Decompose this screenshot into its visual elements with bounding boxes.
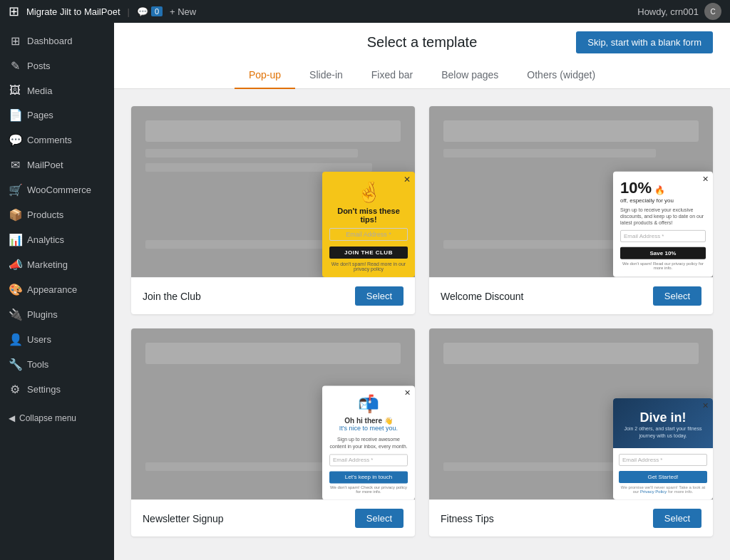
sidebar-item-pages[interactable]: 📄 Pages — [0, 103, 114, 128]
discount-email-placeholder: Email Address * — [620, 230, 706, 242]
discount-cta-button: Save 10% — [620, 247, 706, 259]
sidebar-item-mailpoet[interactable]: ✉ MailPoet — [0, 152, 114, 177]
join-club-popup-preview: ✕ 🤞 Don't miss these tips! Email Address… — [322, 172, 415, 277]
sidebar-label-pages: Pages — [27, 110, 53, 120]
emoji-icon: 🤞 — [329, 180, 408, 204]
sidebar-item-tools[interactable]: 🔧 Tools — [0, 352, 114, 377]
fitness-popup-preview: ✕ Dive in! Join 2 others, and start your… — [613, 398, 713, 499]
template-preview-newsletter-signup: ✕ 📬 Oh hi there 👋 It's nice to meet you.… — [131, 328, 415, 499]
collapse-icon: ◀ — [9, 413, 15, 423]
page-title: Select a template — [367, 34, 478, 51]
tab-below-pages[interactable]: Below pages — [427, 62, 513, 89]
appearance-icon: 🎨 — [9, 283, 21, 296]
comment-count-badge[interactable]: 💬 0 — [137, 6, 163, 17]
wp-logo-icon: ⊞ — [9, 4, 19, 19]
popup-fine-print: We don't spam! Read more in our privacy … — [329, 261, 408, 271]
sidebar-item-comments[interactable]: 💬 Comments — [0, 128, 114, 152]
sidebar-item-users[interactable]: 👤 Users — [0, 327, 114, 352]
dashboard-icon: ⊞ — [9, 34, 21, 48]
howdy-text: Howdy, crn001 — [637, 6, 699, 17]
sidebar-label-posts: Posts — [27, 61, 51, 71]
sidebar-item-plugins[interactable]: 🔌 Plugins — [0, 302, 114, 327]
sidebar-label-media: Media — [27, 85, 52, 96]
sidebar-label-users: Users — [27, 334, 51, 345]
sidebar-item-dashboard[interactable]: ⊞ Dashboard — [0, 28, 114, 53]
plugins-icon: 🔌 — [9, 308, 21, 321]
sidebar-label-analytics: Analytics — [27, 234, 64, 245]
newsletter-nice-text: It's nice to meet you. — [329, 425, 408, 432]
newsletter-desc: Sign up to receive awesome content in yo… — [329, 437, 408, 450]
select-welcome-discount-button[interactable]: Select — [653, 286, 701, 306]
tab-fixed-bar[interactable]: Fixed bar — [357, 62, 427, 89]
tools-icon: 🔧 — [9, 358, 21, 371]
fitness-join-text: Join 2 others, and start your fitness jo… — [620, 425, 706, 438]
new-item-button[interactable]: + New — [170, 6, 196, 17]
admin-bar: ⊞ Migrate Jilt to MailPoet | 💬 0 + New H… — [0, 0, 730, 23]
sidebar-item-products[interactable]: 📦 Products — [0, 202, 114, 227]
sidebar: ⊞ Dashboard ✎ Posts 🖼 Media 📄 Pages 💬 Co… — [0, 23, 114, 560]
close-icon: ✕ — [403, 175, 411, 185]
close-icon: ✕ — [702, 401, 709, 410]
sidebar-item-media[interactable]: 🖼 Media — [0, 78, 114, 103]
template-preview-join-the-club: ✕ 🤞 Don't miss these tips! Email Address… — [131, 106, 415, 277]
fitness-title: Dive in! — [620, 410, 706, 425]
sidebar-label-marketing: Marketing — [27, 259, 68, 270]
settings-icon: ⚙ — [9, 383, 21, 396]
products-icon: 📦 — [9, 208, 21, 222]
select-fitness-tips-button[interactable]: Select — [653, 509, 701, 528]
discount-sub-text: off, especially for you — [620, 197, 706, 204]
newsletter-greeting: Oh hi there 👋 — [329, 418, 408, 425]
discount-fine-print: We don't spam! Read our privacy policy f… — [620, 261, 706, 270]
sidebar-label-dashboard: Dashboard — [27, 36, 73, 46]
separator: | — [128, 6, 130, 17]
sidebar-item-woocommerce[interactable]: 🛒 WooCommerce — [0, 177, 114, 202]
template-card-fitness-tips: ✕ Dive in! Join 2 others, and start your… — [429, 328, 713, 536]
template-card-newsletter-signup: ✕ 📬 Oh hi there 👋 It's nice to meet you.… — [131, 328, 415, 536]
close-icon: ✕ — [702, 175, 709, 184]
tab-others-widget[interactable]: Others (widget) — [513, 62, 610, 89]
tab-slide-in[interactable]: Slide-in — [295, 62, 357, 89]
fitness-fine-print: We promise we'll never spam! Take a look… — [619, 485, 707, 494]
template-name-newsletter-signup: Newsletter Signup — [143, 513, 224, 524]
tab-popup[interactable]: Pop-up — [235, 62, 295, 89]
skip-blank-form-button[interactable]: Skip, start with a blank form — [576, 31, 713, 53]
comments-icon: 💬 — [9, 133, 21, 147]
discount-popup-preview: ✕ 10% 🔥 off, especially for you Sign up … — [613, 172, 713, 277]
select-join-the-club-button[interactable]: Select — [355, 286, 403, 306]
popup-cta-button: JOIN THE CLUB — [329, 247, 408, 259]
template-name-join-the-club: Join the Club — [143, 291, 201, 302]
sidebar-item-marketing[interactable]: 📣 Marketing — [0, 252, 114, 277]
template-preview-welcome-discount: ✕ 10% 🔥 off, especially for you Sign up … — [429, 106, 713, 277]
select-newsletter-signup-button[interactable]: Select — [355, 509, 403, 528]
template-card-join-the-club: ✕ 🤞 Don't miss these tips! Email Address… — [131, 106, 415, 314]
template-name-fitness-tips: Fitness Tips — [441, 513, 494, 524]
newsletter-fine-print: We don't spam! Check our privacy policy … — [329, 485, 408, 494]
analytics-icon: 📊 — [9, 233, 21, 247]
sidebar-item-settings[interactable]: ⚙ Settings — [0, 377, 114, 402]
sidebar-item-posts[interactable]: ✎ Posts — [0, 53, 114, 78]
sidebar-item-analytics[interactable]: 📊 Analytics — [0, 227, 114, 252]
media-icon: 🖼 — [9, 84, 21, 97]
pages-icon: 📄 — [9, 108, 21, 122]
mailpoet-icon: ✉ — [9, 158, 21, 172]
close-icon: ✕ — [404, 389, 411, 398]
sidebar-label-appearance: Appearance — [27, 284, 77, 295]
users-icon: 👤 — [9, 333, 21, 346]
collapse-menu-button[interactable]: ◀ Collapse menu — [0, 408, 114, 429]
fitness-email-placeholder: Email Address * — [619, 454, 707, 466]
site-name[interactable]: Migrate Jilt to MailPoet — [26, 6, 120, 17]
template-name-welcome-discount: Welcome Discount — [441, 291, 523, 302]
sidebar-item-appearance[interactable]: 🎨 Appearance — [0, 277, 114, 302]
sidebar-label-mailpoet: MailPoet — [27, 160, 63, 170]
newsletter-popup-preview: ✕ 📬 Oh hi there 👋 It's nice to meet you.… — [322, 386, 415, 499]
template-card-welcome-discount: ✕ 10% 🔥 off, especially for you Sign up … — [429, 106, 713, 314]
collapse-label: Collapse menu — [19, 413, 76, 423]
sidebar-label-tools: Tools — [27, 359, 48, 370]
user-avatar[interactable]: C — [704, 3, 721, 20]
newsletter-email-placeholder: Email Address * — [329, 454, 408, 466]
posts-icon: ✎ — [9, 59, 21, 73]
template-container: ✕ 🤞 Don't miss these tips! Email Address… — [114, 89, 730, 560]
template-footer-newsletter-signup: Newsletter Signup Select — [131, 499, 415, 536]
template-footer-join-the-club: Join the Club Select — [131, 277, 415, 314]
sidebar-label-plugins: Plugins — [27, 309, 58, 320]
